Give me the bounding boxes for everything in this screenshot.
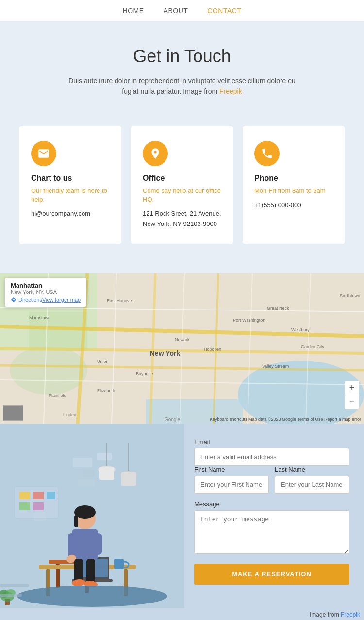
phone-card-detail: +1(555) 000-000 <box>254 200 333 210</box>
nav-home[interactable]: HOME <box>123 7 144 15</box>
submit-button[interactable]: MAKE A RESERVATION <box>194 564 349 585</box>
svg-text:Smithtown: Smithtown <box>340 293 360 298</box>
map-popup: Manhattan New York, NY, USA Directions V… <box>5 278 86 307</box>
svg-rect-53 <box>47 492 55 499</box>
svg-text:Plainfield: Plainfield <box>49 393 66 398</box>
svg-rect-38 <box>97 453 112 460</box>
svg-text:Morristown: Morristown <box>29 315 50 320</box>
map-container[interactable]: New York Morristown East Hanover Union N… <box>0 273 364 424</box>
email-input[interactable] <box>194 448 349 466</box>
svg-text:Newark: Newark <box>175 337 190 342</box>
svg-text:Westbury: Westbury <box>291 327 310 332</box>
svg-text:Valley Stream: Valley Stream <box>262 364 289 369</box>
form-illustration <box>0 424 184 608</box>
svg-rect-78 <box>114 559 124 569</box>
svg-text:Linden: Linden <box>63 413 76 417</box>
map-zoom-in[interactable]: + <box>345 381 359 395</box>
location-icon <box>143 141 168 166</box>
svg-rect-43 <box>99 467 114 480</box>
phone-card: Phone Mon-Fri from 8am to 5am +1(555) 00… <box>243 126 345 244</box>
nav-contact[interactable]: CONTACT <box>207 7 241 15</box>
firstname-input[interactable] <box>194 476 269 494</box>
contact-form: Email First Name Last Name Message MAKE … <box>184 424 364 608</box>
svg-rect-40 <box>78 480 95 487</box>
nav-about[interactable]: ABOUT <box>164 7 188 15</box>
lastname-input[interactable] <box>275 476 349 494</box>
svg-text:East Hanover: East Hanover <box>107 298 133 303</box>
svg-text:Great Neck: Great Neck <box>267 306 289 310</box>
form-section: Email First Name Last Name Message MAKE … <box>0 424 364 608</box>
image-credit: Image from Freepik <box>0 608 364 620</box>
svg-rect-51 <box>19 492 30 499</box>
contact-cards: Chart to us Our friendly team is here to… <box>0 117 364 273</box>
svg-text:Port Washington: Port Washington <box>233 318 265 323</box>
email-card-title: Chart to us <box>31 174 110 183</box>
map-section: New York Morristown East Hanover Union N… <box>0 273 364 424</box>
phone-card-title: Phone <box>254 174 333 183</box>
office-card-subtitle: Come say hello at our office HQ. <box>143 187 221 204</box>
svg-rect-52 <box>33 492 44 499</box>
map-zoom-controls: + − <box>345 381 359 409</box>
svg-rect-39 <box>83 470 95 477</box>
map-zoom-out[interactable]: − <box>345 395 359 409</box>
svg-text:Elizabeth: Elizabeth <box>97 388 115 393</box>
map-larger-link[interactable]: View larger map <box>42 297 81 303</box>
message-input[interactable] <box>194 510 349 554</box>
svg-rect-70 <box>72 529 98 560</box>
svg-rect-68 <box>74 515 78 527</box>
svg-text:Garden City: Garden City <box>301 344 325 349</box>
map-thumbnail <box>3 405 23 421</box>
map-popup-title: Manhattan <box>11 282 81 289</box>
map-credit: Keyboard shortcuts Map data ©2023 Google… <box>210 417 361 422</box>
office-card-title: Office <box>143 174 221 183</box>
svg-rect-37 <box>73 458 92 467</box>
office-card: Office Come say hello at our office HQ. … <box>131 126 233 244</box>
svg-text:Union: Union <box>97 359 109 364</box>
message-label: Message <box>194 500 349 508</box>
email-card: Chart to us Our friendly team is here to… <box>19 126 121 244</box>
office-card-detail: 121 Rock Sreet, 21 Avenue,New York, NY 9… <box>143 209 221 229</box>
svg-rect-75 <box>86 559 95 583</box>
firstname-label: First Name <box>194 466 269 473</box>
map-directions[interactable]: Directions <box>11 297 42 303</box>
svg-text:New York: New York <box>150 349 181 357</box>
svg-text:Hoboken: Hoboken <box>204 347 221 352</box>
freepik-link-2[interactable]: Freepik <box>341 611 360 618</box>
email-card-subtitle: Our friendly team is here to help. <box>31 187 110 204</box>
svg-rect-84 <box>0 584 29 587</box>
svg-point-79 <box>17 586 167 607</box>
svg-rect-46 <box>121 472 136 486</box>
phone-card-subtitle: Mon-Fri from 8am to 5am <box>254 187 333 195</box>
svg-rect-55 <box>33 502 44 510</box>
email-label: Email <box>194 438 349 446</box>
hero-description: Duis aute irure dolor in reprehenderit i… <box>66 75 298 97</box>
svg-point-3 <box>10 346 87 395</box>
svg-rect-72 <box>95 533 102 555</box>
svg-text:Bayonne: Bayonne <box>136 371 153 376</box>
email-card-detail: hi@ourcompany.com <box>31 209 110 219</box>
phone-icon <box>254 141 280 166</box>
freepik-link[interactable]: Freepik <box>219 87 242 95</box>
svg-rect-85 <box>0 594 22 597</box>
email-icon <box>31 141 56 166</box>
page-title: Get in Touch <box>19 46 345 67</box>
navigation: HOME ABOUT CONTACT <box>0 0 364 22</box>
svg-text:Google: Google <box>165 417 181 422</box>
map-popup-subtitle: New York, NY, USA <box>11 289 81 295</box>
svg-rect-54 <box>19 502 30 510</box>
hero-section: Get in Touch Duis aute irure dolor in re… <box>0 22 364 117</box>
lastname-label: Last Name <box>275 466 349 473</box>
